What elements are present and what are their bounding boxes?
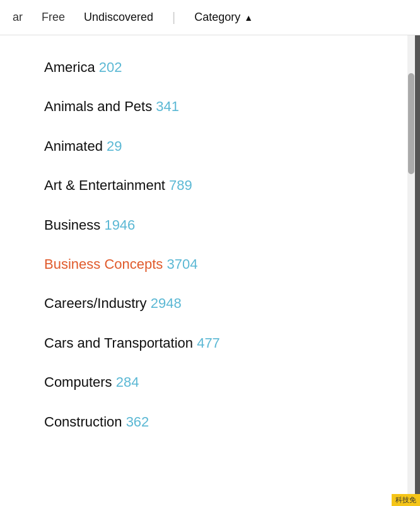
watermark-badge: 科技免 bbox=[392, 494, 420, 506]
category-list-item[interactable]: Business Concepts 3704 bbox=[44, 245, 407, 284]
category-count: 284 bbox=[116, 374, 139, 390]
category-list-item[interactable]: Computers 284 bbox=[44, 363, 407, 402]
category-name: Construction bbox=[44, 414, 126, 430]
category-name: Cars and Transportation bbox=[44, 335, 197, 351]
top-navigation: ar Free Undiscovered | Category ▲ bbox=[0, 0, 420, 35]
category-name: Careers/Industry bbox=[44, 295, 151, 311]
category-count: 29 bbox=[107, 138, 122, 154]
category-name: America bbox=[44, 59, 99, 75]
nav-item-ar[interactable]: ar bbox=[13, 11, 23, 24]
nav-divider: | bbox=[172, 10, 175, 25]
nav-category-label: Category bbox=[194, 11, 240, 24]
category-count: 341 bbox=[156, 98, 179, 114]
nav-item-undiscovered[interactable]: Undiscovered bbox=[84, 11, 153, 24]
category-count: 362 bbox=[126, 414, 149, 430]
category-count: 2948 bbox=[151, 295, 182, 311]
category-list-item[interactable]: America 202 bbox=[44, 48, 407, 87]
nav-category-dropdown[interactable]: Category ▲ bbox=[194, 11, 253, 24]
right-edge-panel bbox=[415, 35, 420, 506]
category-count: 3704 bbox=[166, 256, 197, 272]
category-name: Business bbox=[44, 217, 104, 233]
category-name: Animals and Pets bbox=[44, 98, 156, 114]
category-list-item[interactable]: Art & Entertainment 789 bbox=[44, 166, 407, 205]
content-area: America 202Animals and Pets 341Animated … bbox=[0, 35, 420, 506]
category-name: Business Concepts bbox=[44, 256, 166, 272]
category-list-item[interactable]: Construction 362 bbox=[44, 403, 407, 442]
category-list-item[interactable]: Cars and Transportation 477 bbox=[44, 324, 407, 363]
category-name: Computers bbox=[44, 374, 116, 390]
scrollbar-thumb[interactable] bbox=[408, 73, 414, 174]
category-list-item[interactable]: Animals and Pets 341 bbox=[44, 87, 407, 126]
nav-item-free[interactable]: Free bbox=[42, 11, 65, 24]
chevron-up-icon: ▲ bbox=[244, 13, 253, 23]
category-name: Art & Entertainment bbox=[44, 177, 169, 193]
category-list-item[interactable]: Business 1946 bbox=[44, 206, 407, 245]
scrollbar-track[interactable] bbox=[407, 35, 415, 506]
category-list-item[interactable]: Careers/Industry 2948 bbox=[44, 284, 407, 323]
category-count: 202 bbox=[99, 59, 122, 75]
category-name: Animated bbox=[44, 138, 107, 154]
category-count: 1946 bbox=[104, 217, 135, 233]
category-count: 477 bbox=[197, 335, 220, 351]
category-list-item[interactable]: Animated 29 bbox=[44, 127, 407, 166]
category-list[interactable]: America 202Animals and Pets 341Animated … bbox=[0, 35, 407, 506]
category-count: 789 bbox=[169, 177, 192, 193]
